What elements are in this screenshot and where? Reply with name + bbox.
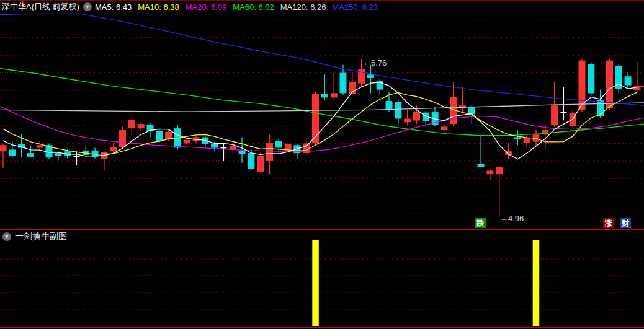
candle-body — [239, 151, 246, 154]
candle-body — [331, 93, 338, 97]
candle-body — [138, 124, 145, 128]
candle-body — [404, 119, 411, 123]
candle-body — [248, 153, 254, 169]
candle-body — [441, 126, 447, 130]
ma-label: MA250: 6.23 — [332, 2, 378, 12]
candle-body — [9, 149, 16, 156]
candle-body — [266, 143, 273, 161]
candle-body — [0, 145, 7, 151]
candle-body — [156, 131, 163, 141]
candle-body — [128, 120, 135, 128]
candle-body — [496, 167, 503, 174]
candle-body — [110, 147, 117, 151]
indicator-subchart[interactable] — [0, 230, 644, 327]
candle-body — [257, 156, 264, 172]
main-candlestick-chart[interactable]: ←6.76←4.96 — [0, 11, 644, 228]
candle-body — [184, 140, 190, 144]
bottom-border-line — [0, 327, 644, 328]
candle-body — [27, 153, 34, 157]
price-annotation: ←4.96 — [500, 214, 524, 223]
ma-label: MA5: 6.43 — [95, 2, 132, 12]
candle-body — [119, 130, 126, 147]
candle-body — [524, 138, 530, 143]
signal-bar — [533, 240, 540, 326]
candle-body — [413, 112, 420, 120]
signal-bar — [312, 240, 319, 326]
ma-label: MA20: 6.09 — [186, 2, 227, 12]
badge-cai[interactable]: 财 — [620, 218, 631, 228]
candle-body — [367, 74, 374, 78]
ma-line-ma120 — [0, 103, 644, 112]
candle-body — [165, 132, 172, 139]
badge-die[interactable]: 跌 — [475, 218, 486, 228]
ma-line-ma10 — [3, 92, 637, 154]
badge-zhang[interactable]: 涨 — [603, 218, 614, 228]
candle-body — [395, 102, 401, 119]
ma-line-ma60 — [0, 69, 644, 136]
ma-label: MA60: 6.02 — [233, 2, 274, 12]
candle-body — [542, 130, 548, 134]
candle-body — [606, 61, 613, 108]
candle-body — [514, 138, 521, 139]
main-chart-header: 深中华A(日线.前复权) ▼ MA5: 6.43MA10: 6.38MA20: … — [2, 2, 384, 12]
candle-body — [340, 73, 347, 94]
top-border-line — [0, 0, 644, 1]
candle-body — [625, 76, 632, 85]
last-price-tick — [638, 86, 644, 87]
candle-body — [230, 146, 236, 150]
price-annotation: ←6.76 — [363, 58, 387, 68]
candle-body — [551, 105, 558, 125]
candle-body — [597, 100, 604, 116]
ma-line-ma250 — [0, 14, 644, 105]
candle-body — [478, 164, 485, 167]
ma-label: MA120: 6.26 — [280, 2, 326, 12]
chevron-down-icon[interactable]: ▼ — [83, 2, 92, 11]
candle-body — [37, 145, 43, 147]
candle-body — [386, 101, 393, 110]
ma-label: MA10: 6.38 — [138, 2, 179, 12]
candle-body — [486, 171, 493, 175]
candle-body — [55, 153, 61, 156]
ma-line-ma5 — [3, 82, 637, 159]
candle-body — [588, 64, 594, 93]
candle-body — [321, 94, 328, 98]
candle-body — [211, 143, 218, 147]
stock-chart-window: 深中华A(日线.前复权) ▼ MA5: 6.43MA10: 6.38MA20: … — [0, 0, 644, 329]
candle-body — [275, 141, 282, 147]
